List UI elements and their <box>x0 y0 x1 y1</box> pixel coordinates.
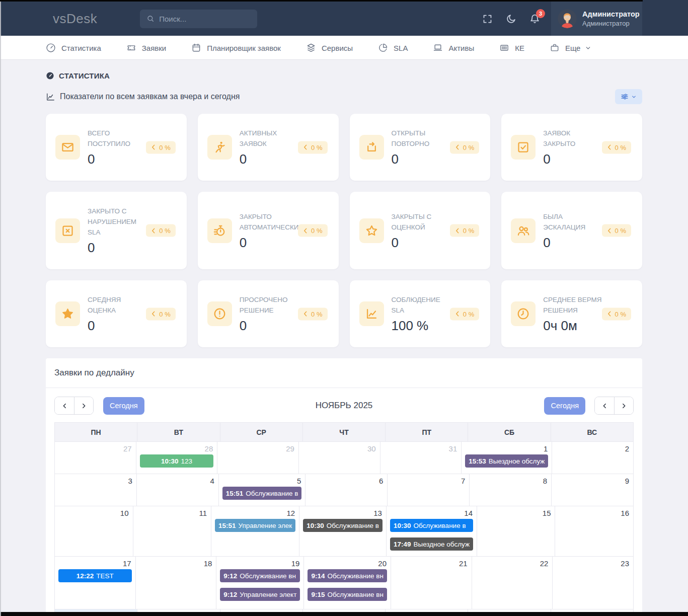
menu-item-more[interactable]: Еще <box>550 43 592 53</box>
calendar-event[interactable]: 10:30123 <box>140 454 214 468</box>
calendar-day-cell[interactable]: 10 <box>55 506 133 557</box>
day-number: 2 <box>552 442 633 454</box>
check-square-icon <box>511 135 536 160</box>
stat-card-value: 0 <box>543 235 631 250</box>
section-title-row: СТАТИСТИКА <box>46 71 642 80</box>
calendar-event[interactable]: 17:49Выездное обслуж <box>390 537 473 551</box>
calendar-day-cell[interactable]: 2 <box>552 442 634 474</box>
calendar-day-cell[interactable]: 1410:30Обслуживание в17:49Выездное обслу… <box>387 506 477 557</box>
delta-value: 0 % <box>311 310 322 318</box>
search-input[interactable] <box>159 15 251 23</box>
calendar-day-cell[interactable]: 23 <box>553 557 634 609</box>
calendar-day-cell[interactable]: 18 <box>136 557 217 609</box>
calendar-day-cell[interactable]: 7 <box>388 474 470 506</box>
calendar-event[interactable]: 9:12Обслуживание вн <box>220 569 300 582</box>
menu-item-tickets[interactable]: Заявки <box>126 43 166 53</box>
calendar-week-row: 34515:51Обслуживание в6789 <box>55 474 634 506</box>
calendar-day-cell[interactable]: 31 <box>380 442 462 474</box>
calendar-day-cell[interactable]: 2810:30123 <box>136 442 218 474</box>
app-logo[interactable]: vsDesk <box>53 11 97 27</box>
chevron-left-icon <box>303 227 308 234</box>
stat-card-delta-badge: 0 % <box>450 224 479 237</box>
calendar-prev-button-right[interactable] <box>595 397 614 414</box>
calendar-week-row: 10111215:51Управление элек1310:30Обслужи… <box>55 506 634 557</box>
chevron-left-icon <box>151 144 156 150</box>
day-number: 12 <box>211 506 299 519</box>
calendar-day-cell[interactable]: 11 <box>133 506 212 557</box>
calendar-day-cell[interactable]: 21 <box>391 557 472 609</box>
envelope-icon <box>55 135 80 160</box>
calendar-day-cell[interactable]: 115:53Выездное обслуж <box>462 442 552 474</box>
day-number: 23 <box>553 557 633 569</box>
day-number: 29 <box>217 442 298 454</box>
calendar-day-headers: ПНВТСРЧТПТСБВС <box>55 423 634 442</box>
calendar-day-cell[interactable]: 15 <box>477 506 556 557</box>
today-button-right[interactable]: Сегодня <box>544 397 585 415</box>
calendar-event[interactable]: 9:12Управление элект <box>220 588 300 601</box>
notifications-bell-icon[interactable]: 3 <box>529 14 540 24</box>
calendar-next-button[interactable] <box>74 397 93 414</box>
calendar-event[interactable]: 9:15Обслуживание вн <box>308 588 387 601</box>
calendar-day-cell[interactable]: 9 <box>552 474 634 506</box>
calendar-day-cell[interactable]: 515:51Обслуживание в <box>219 474 306 506</box>
menu-item-assets[interactable]: Активы <box>433 43 474 53</box>
event-time: 10:30 <box>307 522 324 529</box>
notification-badge: 3 <box>536 9 545 18</box>
menu-item-sla[interactable]: SLA <box>378 43 408 53</box>
calendar-day-cell[interactable]: 29 <box>217 442 299 474</box>
calendar-next-button-right[interactable] <box>614 397 633 414</box>
calendar-day-cell[interactable]: 6 <box>305 474 388 506</box>
calendar-day-cell[interactable]: 22 <box>472 557 553 609</box>
stat-card: ВСЕГО ПОСТУПИЛО 0 0 % <box>46 114 187 181</box>
event-title: Обслуживание в <box>413 522 466 529</box>
barcode-icon <box>499 43 509 53</box>
calendar-event[interactable]: 10:30Обслуживание в <box>303 519 383 532</box>
calendar-day-cell[interactable]: 1712:22TEST <box>55 557 136 609</box>
laptop-icon <box>433 43 443 53</box>
event-time: 15:51 <box>226 490 244 497</box>
event-time: 9:15 <box>311 591 325 598</box>
today-button-left[interactable]: Сегодня <box>103 397 144 415</box>
menu-item-label: SLA <box>394 44 408 52</box>
delta-value: 0 % <box>463 227 474 235</box>
stat-card-delta-badge: 0 % <box>298 141 327 153</box>
calendar-event[interactable]: 15:51Обслуживание в <box>222 487 302 500</box>
menu-item-label: Активы <box>448 44 474 52</box>
calendar-event[interactable]: 10:30Обслуживание в <box>390 519 473 532</box>
calendar-event[interactable]: 15:53Выездное обслуж <box>465 454 548 468</box>
dark-mode-icon[interactable] <box>506 14 516 24</box>
stat-card-value: 0 <box>240 151 328 167</box>
day-number: 7 <box>388 474 469 487</box>
menu-item-ke[interactable]: КЕ <box>499 43 524 53</box>
calendar-day-cell[interactable]: 16 <box>555 506 634 557</box>
calendar-day-cell[interactable]: 1215:51Управление элек <box>211 506 299 557</box>
calendar-event[interactable]: 12:22TEST <box>58 569 132 582</box>
calendar-day-cell[interactable]: 30 <box>299 442 380 474</box>
menu-item-statistics[interactable]: Статистика <box>46 43 101 53</box>
calendar-prev-button[interactable] <box>55 397 74 414</box>
menu-item-services[interactable]: Сервисы <box>306 43 353 53</box>
calendar-table: ПНВТСРЧТПТСБВС 272810:30123293031115:53В… <box>54 422 634 616</box>
day-number: 18 <box>136 557 216 569</box>
calendar-day-cell[interactable]: 199:12Обслуживание вн9:12Управление элек… <box>216 557 304 609</box>
calendar-day-cell[interactable]: 209:14Обслуживание вн9:15Обслуживание вн <box>304 557 391 609</box>
stat-card: ПРОСРОЧЕНО РЕШЕНИЕ 0 0 % <box>198 280 339 347</box>
chevron-left-icon <box>455 311 460 317</box>
calendar-day-cell[interactable]: 27 <box>55 442 136 474</box>
fullscreen-icon[interactable] <box>482 14 493 24</box>
calendar-event[interactable]: 9:14Обслуживание вн <box>308 569 387 582</box>
menu-item-planner[interactable]: Планировщик заявок <box>191 43 281 53</box>
calendar-day-header: СБ <box>468 423 551 442</box>
day-number: 3 <box>55 474 136 487</box>
stat-card-value: 0 <box>240 235 328 250</box>
stat-card-value: 0ч 0м <box>543 318 631 333</box>
calendar-day-cell[interactable]: 4 <box>137 474 219 506</box>
calendar-event[interactable]: 15:51Управление элек <box>215 519 295 532</box>
stats-filter-button[interactable] <box>615 89 642 104</box>
runner-icon <box>207 135 232 160</box>
calendar-day-cell[interactable]: 1310:30Обслуживание в <box>299 506 387 557</box>
calendar-day-cell[interactable]: 8 <box>470 474 552 506</box>
page-title: СТАТИСТИКА <box>59 71 110 80</box>
user-menu[interactable]: Администратор Администратор <box>551 2 642 36</box>
calendar-day-cell[interactable]: 3 <box>55 474 137 506</box>
